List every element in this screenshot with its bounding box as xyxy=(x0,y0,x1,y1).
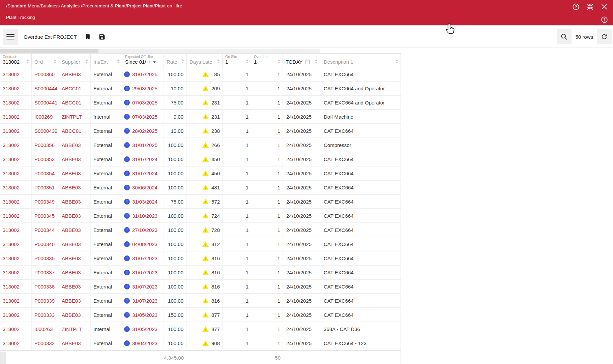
help-button-secondary[interactable]: ? xyxy=(600,16,608,24)
cell-ord[interactable]: P000349 xyxy=(32,195,59,209)
table-row[interactable]: 313002 I000269 ZINTPLT Internal ! 07/03/… xyxy=(0,110,401,124)
sort-icon[interactable] xyxy=(54,59,57,64)
on-site-filter-input[interactable]: 1 xyxy=(225,59,243,65)
cell-ord[interactable]: I000263 xyxy=(32,322,59,336)
cell-supplier[interactable]: ABBE03 xyxy=(59,237,91,251)
scrollbar-thumb[interactable] xyxy=(0,49,98,53)
cell-supplier[interactable]: ABBE03 xyxy=(59,166,91,181)
contract-filter-input[interactable]: 313002 xyxy=(3,59,24,65)
cell-contract[interactable]: 313002 xyxy=(0,336,32,351)
expected-off-hire-filter-input[interactable]: Since 01/ xyxy=(125,59,146,65)
table-row[interactable]: 313002 P000345 ABBE03 External ! 31/10/2… xyxy=(0,209,401,223)
filter-cell-rate[interactable]: Rate xyxy=(164,54,187,67)
table-row[interactable]: 313002 P000344 ABBE03 External ! 27/10/2… xyxy=(0,223,401,237)
rows-count-label[interactable]: 50 rows xyxy=(575,34,593,40)
cell-supplier[interactable]: ABBE03 xyxy=(59,209,91,223)
table-row[interactable]: 313002 P000340 ABBE03 External ! 04/08/2… xyxy=(0,237,401,251)
cell-supplier[interactable]: ABCC01 xyxy=(59,82,91,96)
days-late-filter-input[interactable]: Days Late xyxy=(189,59,215,65)
table-row[interactable]: 313002 P000351 ABBE03 External ! 30/06/2… xyxy=(0,181,401,195)
cell-supplier[interactable]: ZINTPLT xyxy=(59,110,91,124)
cell-ord[interactable]: P000360 xyxy=(32,67,59,82)
cell-supplier[interactable]: ABBE03 xyxy=(59,251,91,266)
table-row[interactable]: 313002 P000356 ABBE03 External ! 31/01/2… xyxy=(0,138,401,152)
cell-ord[interactable]: P000340 xyxy=(32,237,59,251)
cell-ord[interactable]: S0000444 xyxy=(32,82,59,96)
cell-contract[interactable]: 313002 xyxy=(0,166,32,181)
expected-off-hire-date[interactable]: 27/10/2023 xyxy=(132,227,157,233)
cell-ord[interactable]: P000332 xyxy=(32,336,59,351)
cell-contract[interactable]: 313002 xyxy=(0,266,32,280)
compress-button[interactable] xyxy=(586,3,594,11)
cell-supplier[interactable]: ABBE03 xyxy=(59,152,91,166)
cell-supplier[interactable]: ABCC01 xyxy=(59,124,91,138)
cell-contract[interactable]: 313002 xyxy=(0,82,32,96)
expected-off-hire-date[interactable]: 04/08/2023 xyxy=(132,241,157,247)
cell-ord[interactable]: P000333 xyxy=(32,308,59,322)
expected-off-hire-date[interactable]: 30/06/2024 xyxy=(132,185,157,190)
expected-off-hire-date[interactable]: 31/07/2023 xyxy=(132,284,157,290)
cell-contract[interactable]: 313002 xyxy=(0,195,32,209)
sort-icon[interactable] xyxy=(85,59,88,64)
cell-contract[interactable]: 313002 xyxy=(0,223,32,237)
expected-off-hire-date[interactable]: 31/03/2024 xyxy=(132,199,157,205)
search-button[interactable] xyxy=(557,29,572,44)
bookmark-button[interactable] xyxy=(84,33,91,40)
filter-cell-days-late[interactable]: Days Late xyxy=(187,54,223,67)
calendar-icon[interactable] xyxy=(305,59,311,65)
cell-ord[interactable]: P000335 xyxy=(32,251,59,266)
cell-contract[interactable]: 313002 xyxy=(0,308,32,322)
cell-ord[interactable]: S0000439 xyxy=(32,124,59,138)
expected-off-hire-date[interactable]: 31/07/2024 xyxy=(132,156,157,162)
cell-supplier[interactable]: ABBE03 xyxy=(59,280,91,294)
expected-off-hire-date[interactable]: 31/05/2023 xyxy=(132,312,157,318)
cell-contract[interactable]: 313002 xyxy=(0,124,32,138)
table-row[interactable]: 313002 S0000441 ABCC01 External ! 07/03/… xyxy=(0,96,401,110)
filter-cell-ord[interactable]: Ord xyxy=(32,54,59,67)
menu-button[interactable] xyxy=(3,29,18,45)
filter-cell-on-site[interactable]: On Site 1 xyxy=(223,54,251,67)
help-button[interactable]: ? xyxy=(572,3,580,11)
cell-contract[interactable]: 313002 xyxy=(0,280,32,294)
expected-off-hire-date[interactable]: 31/07/2023 xyxy=(132,255,157,261)
table-row[interactable]: 313002 I000263 ZINTPLT Internal ! 31/05/… xyxy=(0,322,401,336)
description-filter-input[interactable]: Description 1 xyxy=(324,59,393,65)
cell-contract[interactable]: 313002 xyxy=(0,110,32,124)
cell-supplier[interactable]: ABBE03 xyxy=(59,67,91,82)
table-row[interactable]: 313002 P000360 ABBE03 External ! 31/07/2… xyxy=(0,67,401,82)
cell-ord[interactable]: P000344 xyxy=(32,223,59,237)
cell-supplier[interactable]: ABBE03 xyxy=(59,223,91,237)
table-row[interactable]: 313002 P000332 ABBE03 External ! 30/04/2… xyxy=(0,336,401,351)
cell-ord[interactable]: I000269 xyxy=(32,110,59,124)
cell-ord[interactable]: P000337 xyxy=(32,266,59,280)
cell-supplier[interactable]: ABBE03 xyxy=(59,336,91,351)
filter-cell-today[interactable]: TODAY xyxy=(283,54,320,67)
cell-contract[interactable]: 313002 xyxy=(0,322,32,336)
overdue-filter-input[interactable]: 1 xyxy=(254,59,275,65)
date-filter-dropdown-icon[interactable] xyxy=(153,61,156,63)
filter-cell-contract[interactable]: Contract 313002 xyxy=(0,54,32,67)
filter-cell-overdue[interactable]: Overdue 1 xyxy=(251,54,283,67)
filter-cell-description[interactable]: Description 1 xyxy=(320,54,401,67)
ord-filter-input[interactable]: Ord xyxy=(34,59,51,65)
table-row[interactable]: 313002 P000349 ABBE03 External ! 31/03/2… xyxy=(0,195,401,209)
cell-supplier[interactable]: ABBE03 xyxy=(59,195,91,209)
cell-ord[interactable]: P000353 xyxy=(32,152,59,166)
cell-contract[interactable]: 313002 xyxy=(0,67,32,82)
cell-ord[interactable]: P000338 xyxy=(32,280,59,294)
expected-off-hire-date[interactable]: 07/03/2025 xyxy=(132,100,157,105)
refresh-button[interactable] xyxy=(597,29,612,44)
cell-ord[interactable]: P000356 xyxy=(32,138,59,152)
cell-ord[interactable]: P000339 xyxy=(32,294,59,308)
cell-contract[interactable]: 313002 xyxy=(0,209,32,223)
filter-cell-expected-off-hire[interactable]: Expected Off Hire Since 01/ xyxy=(122,54,164,67)
sort-icon[interactable] xyxy=(396,59,399,64)
expected-off-hire-date[interactable]: 29/03/2025 xyxy=(132,86,157,91)
table-row[interactable]: 313002 P000338 ABBE03 External ! 31/07/2… xyxy=(0,280,401,294)
sort-icon[interactable] xyxy=(315,59,318,64)
expected-off-hire-date[interactable]: 31/01/2025 xyxy=(132,142,157,148)
table-row[interactable]: 313002 P000335 ABBE03 External ! 31/07/2… xyxy=(0,251,401,266)
expected-off-hire-date[interactable]: 07/03/2025 xyxy=(132,114,157,120)
calendar-icon[interactable] xyxy=(149,59,150,65)
expected-off-hire-date[interactable]: 31/07/2025 xyxy=(132,71,157,77)
